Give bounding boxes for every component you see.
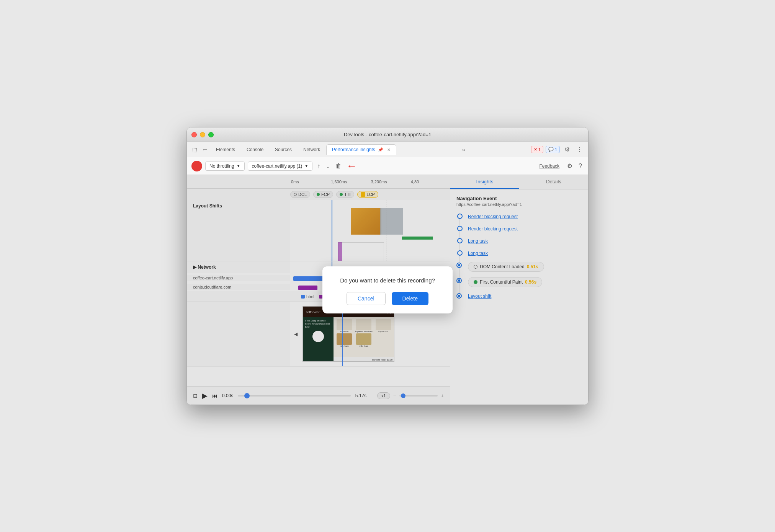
- cancel-button[interactable]: Cancel: [347, 292, 386, 305]
- toolbar-actions: ↑ ↓ 🗑 ←: [316, 160, 357, 172]
- dialog-message: Do you want to delete this recording?: [335, 277, 440, 284]
- help-icon[interactable]: ?: [577, 161, 584, 171]
- window-title: DevTools - coffee-cart.netlify.app/?ad=1: [344, 132, 431, 137]
- cursor-icon[interactable]: ⬚: [190, 145, 199, 154]
- menu-button[interactable]: ⋮: [574, 144, 585, 155]
- record-button[interactable]: [191, 161, 202, 171]
- upload-icon[interactable]: ↑: [316, 161, 322, 171]
- more-tabs-button[interactable]: »: [460, 145, 468, 154]
- message-icon: 💬: [548, 147, 554, 152]
- dialog-buttons: Cancel Delete: [335, 292, 440, 305]
- tab-elements[interactable]: Elements: [211, 145, 240, 155]
- tab-badges: ✕ 1 💬 1 ⚙ ⋮: [531, 144, 585, 155]
- dialog-overlay: Do you want to delete this recording? Ca…: [187, 175, 588, 405]
- minimize-button[interactable]: [200, 132, 205, 137]
- close-button[interactable]: [191, 132, 197, 137]
- tab-close-icon[interactable]: ✕: [387, 147, 391, 152]
- devtools-window: DevTools - coffee-cart.netlify.app/?ad=1…: [186, 127, 589, 405]
- window-controls: [191, 132, 214, 137]
- delete-dialog: Do you want to delete this recording? Ca…: [322, 266, 453, 313]
- tab-performance-insights[interactable]: Performance insights 📌 ✕: [326, 144, 396, 155]
- chevron-down-icon: ▼: [237, 164, 240, 168]
- toolbar: No throttling ▼ coffee-cart.netlify.app …: [187, 157, 588, 175]
- tab-sources[interactable]: Sources: [270, 145, 297, 155]
- settings-button[interactable]: ⚙: [562, 144, 572, 155]
- settings-icon[interactable]: ⚙: [566, 161, 574, 171]
- device-icon[interactable]: ▭: [200, 145, 210, 154]
- feedback-link[interactable]: Feedback: [539, 163, 559, 169]
- error-icon: ✕: [534, 147, 537, 152]
- delete-arrow-indicator: ←: [346, 160, 357, 172]
- tab-network[interactable]: Network: [298, 145, 325, 155]
- throttle-dropdown[interactable]: No throttling ▼: [205, 162, 245, 171]
- delete-button[interactable]: Delete: [392, 292, 428, 305]
- download-icon[interactable]: ↓: [325, 161, 331, 171]
- maximize-button[interactable]: [208, 132, 214, 137]
- url-dropdown[interactable]: coffee-cart.netlify.app (1) ▼: [248, 162, 313, 171]
- error-badge[interactable]: ✕ 1: [531, 146, 543, 153]
- tabbar: ⬚ ▭ Elements Console Sources Network Per…: [187, 142, 588, 157]
- tab-console[interactable]: Console: [241, 145, 269, 155]
- message-badge[interactable]: 💬 1: [546, 146, 560, 153]
- titlebar: DevTools - coffee-cart.netlify.app/?ad=1: [187, 127, 588, 142]
- main-content: 0ms 1,600ms 3,200ms 4,80 DCL FCP TTI: [187, 175, 588, 405]
- chevron-down-icon: ▼: [304, 164, 308, 168]
- delete-recording-button[interactable]: 🗑: [334, 161, 343, 171]
